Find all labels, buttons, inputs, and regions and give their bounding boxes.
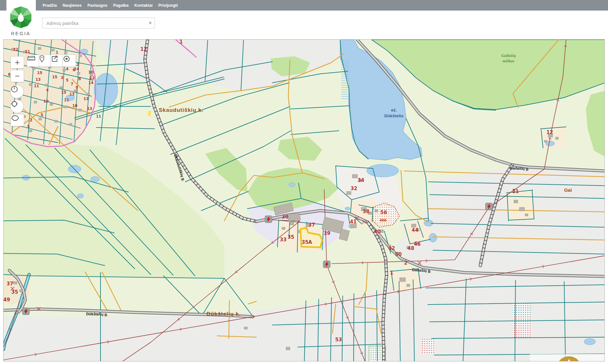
place-label: Gailašių — [501, 53, 516, 58]
measure-button[interactable] — [27, 55, 40, 67]
parcel-number: 56 — [380, 210, 387, 215]
parcel-number: 39 — [324, 230, 331, 236]
address-search-box: × — [42, 18, 155, 28]
parcel-number: 50 — [395, 252, 402, 257]
crown-pin-icon — [554, 356, 584, 361]
parcel-number: 44 — [412, 227, 419, 233]
brand-name: REGIA — [0, 31, 42, 36]
parcel-number: 53 — [335, 337, 342, 343]
parcel-number: 37 — [308, 222, 315, 228]
parcel-number: 34 — [358, 177, 364, 183]
parcel-number-small: 1 — [56, 50, 58, 55]
parcel-number: 46 — [414, 241, 421, 247]
road-label: Gailašių g. — [510, 166, 529, 171]
parcel-number: 38 — [363, 209, 370, 214]
nav-item-naujienos[interactable]: Naujienos — [62, 3, 82, 8]
parcel-number-small: 5 — [66, 78, 68, 82]
top-navigation-bar: PradžiaNaujienosPaslaugosPagalbaKontakta… — [0, 0, 608, 11]
parcel-number: 32 — [351, 186, 357, 191]
substation-lightning-icon — [22, 308, 29, 315]
add-marker-button[interactable] — [39, 55, 52, 67]
parcel-number: 40 — [374, 229, 381, 235]
nav-item-prisijungti[interactable]: Prisijungti — [158, 3, 178, 8]
parcel-number: 33 — [280, 237, 287, 243]
main-menu: PradžiaNaujienosPaslaugosPagalbaKontakta… — [43, 0, 178, 11]
history-button[interactable] — [10, 85, 24, 98]
parcel-number: 37 — [7, 281, 13, 287]
parcel-number-small: 22 — [13, 47, 18, 52]
parcel-number-small: 13 — [36, 77, 41, 82]
parcel-number-small: 15 — [52, 75, 57, 79]
place-label: Dūkštelių k. — [206, 311, 241, 317]
parcel-number-small: 8 — [78, 77, 81, 81]
parcel-number-small: 6 — [8, 72, 11, 77]
parcel-number-small: 13 — [84, 97, 89, 101]
parcel-number-small: 12 — [90, 76, 95, 80]
substation-lightning-icon — [485, 203, 492, 210]
parcel-number: 41 — [350, 219, 357, 225]
select-area-button[interactable] — [11, 114, 24, 126]
zoom-out-button[interactable]: − — [11, 70, 24, 82]
place-label: miškas — [503, 58, 515, 63]
parcel-number: 49 — [4, 297, 10, 303]
nav-item-kontaktai[interactable]: Kontaktai — [134, 3, 153, 8]
parcel-number-small: 15 — [37, 71, 42, 75]
substation-lightning-icon — [265, 216, 272, 223]
regia-logo-icon[interactable] — [10, 6, 32, 29]
locate-button[interactable] — [10, 100, 24, 113]
parcel-number: 1 — [180, 40, 183, 45]
share-button[interactable] — [51, 55, 64, 67]
parcel-number-small: 10 — [44, 99, 49, 104]
parcel-number: 11 — [512, 189, 519, 194]
parcel-number-small: 2 — [30, 118, 32, 122]
parcel-number-small: 11 — [96, 114, 101, 119]
nav-item-pagalba[interactable]: Pagalba — [113, 3, 129, 8]
zoom-in-button[interactable]: + — [11, 56, 24, 68]
center-map-button[interactable] — [62, 55, 76, 67]
parcel-number-small: 13 — [87, 106, 92, 111]
parcel-number-small: 11 — [64, 98, 69, 102]
parcel-number-small: 5 — [41, 113, 43, 117]
nav-item-paslaugos[interactable]: Paslaugos — [87, 3, 108, 8]
parcel-number-small: 15 — [61, 90, 66, 95]
place-label: Skaudutiškių k. — [159, 107, 204, 113]
nav-item-pradžia[interactable]: Pradžia — [43, 3, 57, 8]
parcel-number-small: 13 — [69, 92, 75, 97]
parcel-number: 12 — [140, 46, 147, 52]
cadastral-map[interactable]: Skaudutiškių k.Dūkštelių k.ež.DūkštelisG… — [4, 40, 605, 361]
parcel-number-small: 4 — [66, 67, 68, 71]
parcel-number: 40A — [380, 219, 387, 222]
search-input[interactable] — [46, 19, 143, 27]
parcel-number: 35 — [12, 289, 18, 295]
parcel-number-small: 3 — [61, 75, 63, 80]
parcel-number: 1 — [390, 270, 393, 276]
parcel-number: 35A — [302, 239, 312, 245]
parcel-number-small: 11 — [34, 84, 39, 88]
parcel-number-small: 14 — [74, 67, 79, 71]
parcel-number: 35 — [288, 234, 294, 240]
parcel-number-small: 21 — [25, 50, 30, 54]
clear-search-icon[interactable]: × — [149, 20, 152, 26]
gem-icon — [10, 6, 31, 28]
parcel-number-small: 14 — [88, 81, 93, 85]
parcel-number: 42 — [388, 245, 395, 251]
place-label: Gai — [564, 187, 572, 193]
parcel-number-small: 9 — [76, 85, 78, 90]
parcel-number-small: 4 — [46, 88, 49, 92]
place-label: ež. — [391, 108, 397, 112]
regia-map-portal: PradžiaNaujienosPaslaugosPagalbaKontakta… — [0, 0, 608, 364]
parcel-number: 30 — [282, 214, 289, 220]
substation-lightning-icon — [323, 261, 330, 268]
parcel-number: 12 — [547, 129, 553, 135]
parcel-number: 2 — [404, 260, 407, 266]
parcel-number-small: 10 — [72, 104, 77, 108]
parcel-number-small: 7 — [71, 82, 73, 86]
parcel-number: 48 — [408, 245, 414, 251]
road-label: Dūkštelių g. — [86, 312, 108, 316]
place-label: Dūkštelis — [384, 113, 404, 118]
sklypukaralius-badge: sklypukaralius.lt — [530, 354, 605, 361]
parcel-number-small: 5 — [27, 124, 30, 129]
map-canvas[interactable]: Skaudutiškių k.Dūkštelių k.ež.DūkštelisG… — [3, 39, 605, 361]
parcel-number-small: 10 — [88, 70, 93, 74]
